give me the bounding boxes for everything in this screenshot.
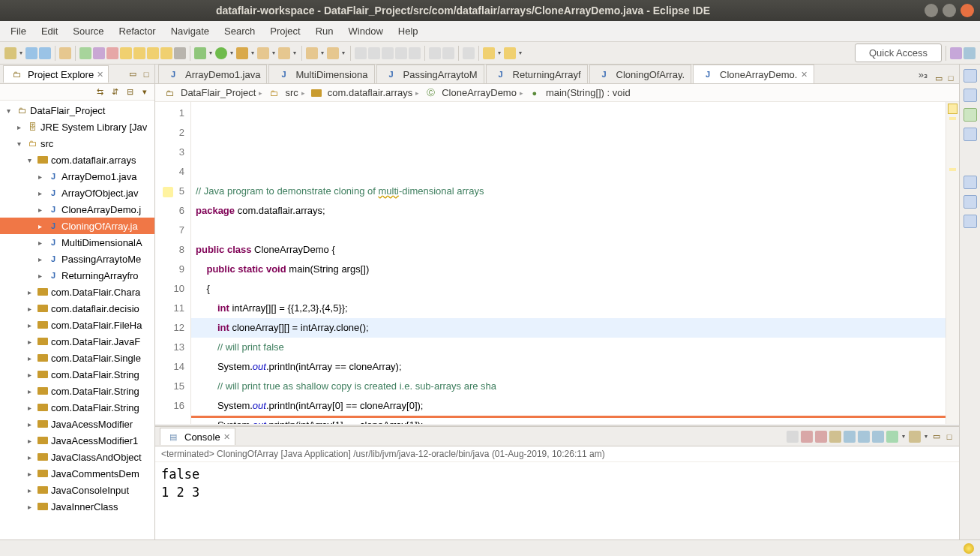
coverage-view-icon[interactable]: [964, 108, 977, 122]
tree-file[interactable]: ▸JReturningArrayfro: [0, 267, 154, 284]
tree-file[interactable]: ▸JPassingArraytoMe: [0, 251, 154, 267]
open-type-icon[interactable]: [59, 47, 71, 59]
tree-file-selected[interactable]: ▸JCloningOfArray.ja: [0, 218, 154, 234]
pin-icon[interactable]: [463, 47, 475, 59]
quick-access-input[interactable]: Quick Access: [855, 44, 942, 62]
explorer-minimize-icon[interactable]: ▭: [127, 69, 138, 80]
tree-file[interactable]: ▸JArrayOfObject.jav: [0, 185, 154, 201]
scroll-lock-button[interactable]: [844, 431, 856, 443]
code-editor[interactable]: 12345678910111213141516 // Java program …: [155, 102, 959, 424]
display-selected-button[interactable]: [886, 431, 898, 443]
link-editor-icon[interactable]: [409, 47, 421, 59]
tree-package-arrays[interactable]: ▾com.dataflair.arrays: [0, 152, 154, 168]
minimize-button[interactable]: [925, 4, 938, 17]
tip-bulb-icon[interactable]: [964, 543, 974, 554]
maximize-button[interactable]: [943, 4, 956, 17]
clear-console-button[interactable]: [829, 431, 841, 443]
link-with-editor-icon[interactable]: ⇵: [109, 87, 120, 98]
editor-maximize-icon[interactable]: □: [946, 73, 956, 83]
editor-tab[interactable]: JReturningArrayf: [486, 65, 588, 83]
project-explorer-tab[interactable]: 🗀 Project Explore ✕: [3, 65, 109, 83]
tree-jre[interactable]: ▸🗄JRE System Library [Jav: [0, 119, 154, 135]
tree-package[interactable]: ▸JavaInnerClass: [0, 498, 154, 515]
tree-src[interactable]: ▾🗀src: [0, 135, 154, 152]
disconnect-icon[interactable]: [120, 47, 132, 59]
tree-package[interactable]: ▸com.DataFlair.String: [0, 399, 154, 416]
coverage-icon[interactable]: [236, 47, 248, 59]
menu-project[interactable]: Project: [264, 23, 306, 40]
console-close-icon[interactable]: ✕: [223, 432, 230, 442]
type-hierarchy-icon[interactable]: [964, 128, 977, 141]
back-icon[interactable]: [483, 47, 495, 59]
search-dropdown[interactable]: ▾: [340, 47, 346, 59]
tree-package[interactable]: ▸com.DataFlair.String: [0, 383, 154, 399]
line-gutter[interactable]: 12345678910111213141516: [155, 102, 191, 424]
save-all-icon[interactable]: [39, 47, 51, 59]
tree-file[interactable]: ▸JCloneArrayDemo.j: [0, 201, 154, 218]
save-icon[interactable]: [25, 47, 37, 59]
editor-tab[interactable]: JCloneArrayDemo.✕: [693, 65, 814, 83]
new-package-dropdown[interactable]: ▾: [292, 47, 298, 59]
menu-source[interactable]: Source: [67, 23, 109, 40]
editor-tab[interactable]: JPassingArraytoM: [376, 65, 484, 83]
toggle-whitespace-icon[interactable]: [395, 47, 407, 59]
open-console-button[interactable]: [909, 431, 921, 443]
debug-icon[interactable]: [194, 47, 206, 59]
outline-view-icon[interactable]: [964, 69, 977, 83]
run-icon[interactable]: [215, 47, 227, 59]
editor-tab[interactable]: JCloningOfArray.: [589, 65, 692, 83]
close-button[interactable]: [961, 4, 974, 17]
menu-help[interactable]: Help: [392, 23, 424, 40]
editor-tab[interactable]: JMultiDimensiona: [268, 65, 374, 83]
toggle-mark-icon[interactable]: [368, 47, 380, 59]
prev-edit-icon[interactable]: [429, 47, 441, 59]
new-dropdown[interactable]: ▾: [18, 47, 24, 59]
project-tree[interactable]: ▾🗀DataFlair_Project ▸🗄JRE System Library…: [0, 101, 154, 539]
tree-package[interactable]: ▸com.DataFlair.JavaF: [0, 333, 154, 350]
word-wrap-button[interactable]: [858, 431, 870, 443]
console-maximize-icon[interactable]: □: [944, 431, 955, 442]
toggle-block-icon[interactable]: [382, 47, 394, 59]
overview-marker[interactable]: [949, 168, 956, 171]
terminate-button[interactable]: [787, 431, 799, 443]
suspend-icon[interactable]: [93, 47, 105, 59]
tabs-overflow-button[interactable]: »₃: [914, 66, 932, 83]
templates-icon[interactable]: [964, 215, 977, 228]
new-class-dropdown[interactable]: ▾: [271, 47, 277, 59]
drop-frame-icon[interactable]: [174, 47, 186, 59]
view-menu-icon[interactable]: ▾: [139, 87, 150, 98]
open-task-icon[interactable]: [306, 47, 318, 59]
new-java-class-icon[interactable]: [257, 47, 269, 59]
next-edit-icon[interactable]: [442, 47, 454, 59]
toggle-breadcrumb-icon[interactable]: [355, 47, 367, 59]
pin-console-button[interactable]: [872, 431, 884, 443]
collapse-all-icon[interactable]: ⇆: [94, 87, 105, 98]
tree-package[interactable]: ▸com.DataFlair.String: [0, 366, 154, 383]
menu-window[interactable]: Window: [343, 23, 389, 40]
back-dropdown[interactable]: ▾: [496, 47, 502, 59]
menu-edit[interactable]: Edit: [35, 23, 64, 40]
tab-close-icon[interactable]: ✕: [801, 70, 808, 80]
explorer-close-icon[interactable]: ✕: [97, 70, 103, 80]
console-tab[interactable]: ▤ Console ✕: [160, 428, 235, 445]
forward-icon[interactable]: [504, 47, 516, 59]
overview-marker[interactable]: [949, 117, 956, 120]
task-list-icon[interactable]: [964, 89, 977, 102]
tree-package[interactable]: ▸com.DataFlair.Single: [0, 350, 154, 366]
forward-dropdown[interactable]: ▾: [517, 47, 523, 59]
editor-tab[interactable]: JArrayDemo1.java: [158, 65, 267, 83]
tree-package[interactable]: ▸com.DataFlair.Chara: [0, 284, 154, 300]
menu-file[interactable]: File: [4, 23, 32, 40]
open-task-dropdown[interactable]: ▾: [319, 47, 325, 59]
step-over-icon[interactable]: [147, 47, 159, 59]
remove-all-button[interactable]: [815, 431, 827, 443]
remove-launch-button[interactable]: [801, 431, 813, 443]
tree-package[interactable]: ▸JavaAcessModifier1: [0, 432, 154, 449]
menu-refactor[interactable]: Refactor: [113, 23, 162, 40]
terminate-icon[interactable]: [106, 47, 118, 59]
perspective-debug-icon[interactable]: [964, 47, 976, 59]
step-into-icon[interactable]: [133, 47, 145, 59]
code-area[interactable]: // Java program to demonstrate cloning o…: [191, 102, 946, 424]
search-icon[interactable]: [327, 47, 339, 59]
console-minimize-icon[interactable]: ▭: [931, 431, 942, 442]
